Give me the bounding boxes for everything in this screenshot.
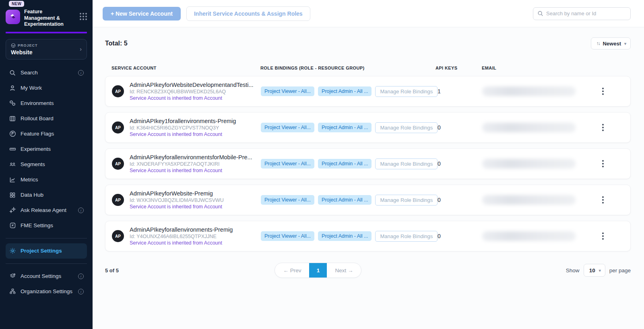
manage-role-bindings-button[interactable]: Manage Role Bindings: [375, 86, 438, 97]
role-badge[interactable]: Project Admin - All ...: [318, 231, 372, 241]
sort-value: Newest: [603, 41, 621, 47]
service-account-id: Id: RENCKBZ3XQ6UBBWWEDKD25L6AQ: [130, 89, 254, 95]
table-row: AP AdminAPIkeyforallenvironments-Premig …: [105, 221, 631, 251]
sidebar-item-project-settings[interactable]: Project Settings: [6, 243, 87, 259]
sidebar-nav: Search i My Work Environments Rollout B: [0, 65, 93, 233]
search-input[interactable]: [546, 10, 626, 16]
inherited-note: Service Account is inherited from Accoun…: [130, 168, 252, 173]
people-group-icon: [9, 161, 16, 168]
per-page-value: 10: [589, 267, 595, 273]
sidebar-item-label: Organization Settings: [21, 288, 74, 294]
sidebar-item-experiments[interactable]: Experiments: [6, 142, 87, 157]
manage-role-bindings-button[interactable]: Manage Role Bindings: [375, 158, 438, 169]
info-icon[interactable]: i: [78, 70, 84, 76]
sidebar-item-my-work[interactable]: My Work: [6, 80, 87, 96]
toolbar: + New Service Account Inherit Service Ac…: [93, 0, 644, 27]
project-selector[interactable]: PROJECT Website ›: [6, 39, 87, 60]
role-badge[interactable]: Project Admin - All ...: [318, 195, 372, 205]
ruler-icon: [9, 146, 16, 153]
role-badge[interactable]: Project Admin - All ...: [318, 159, 372, 169]
current-page[interactable]: 1: [309, 263, 327, 278]
service-account-name: AdminAPIkey1forallenvironments-Premig: [130, 118, 236, 124]
sidebar-item-feature-flags[interactable]: Feature Flags: [6, 126, 87, 142]
role-badge[interactable]: Project Viewer - All...: [261, 159, 314, 169]
service-account-name: AdminAPIkeyforWebsiteDevelopmentandTesti…: [130, 82, 254, 88]
service-account-id: Id: XNOERAFYYA5XPDEZ7AOQTJKIRI: [130, 161, 252, 167]
new-service-account-button[interactable]: + New Service Account: [103, 7, 181, 21]
project-cube-icon: [11, 43, 16, 48]
manage-role-bindings-button[interactable]: Manage Role Bindings: [375, 195, 438, 206]
role-badge[interactable]: Project Viewer - All...: [261, 231, 314, 241]
sidebar-item-rollout-board[interactable]: Rollout Board: [6, 111, 87, 126]
service-accounts-page: NEW Feature Management & Experimentation: [0, 0, 644, 329]
role-badge[interactable]: Project Viewer - All...: [261, 86, 314, 96]
sidebar-item-label: FME Settings: [21, 222, 84, 228]
row-menu-icon[interactable]: [600, 86, 606, 97]
avatar: AP: [112, 85, 124, 97]
manage-role-bindings-button[interactable]: Manage Role Bindings: [375, 122, 438, 133]
sidebar-item-segments[interactable]: Segments: [6, 157, 87, 172]
service-account-list: Total: 5 ↑↓ Newest ▾ SERVICE ACCOUNT ROL…: [93, 27, 644, 329]
service-account-id: Id: WXK3NVOJBQZILIDMAVBJWCSVWU: [130, 197, 224, 203]
sidebar-item-label: My Work: [21, 85, 84, 91]
sidebar-item-account-settings[interactable]: Account Settings i: [6, 269, 87, 284]
inherit-service-accounts-button[interactable]: Inherit Service Accounts & Assign Roles: [186, 6, 310, 21]
service-account-id: Id: Y4OUNXZ46A6IBL6255QTPXJJNE: [130, 234, 233, 239]
chevron-down-icon: ▾: [599, 268, 601, 273]
sort-dropdown[interactable]: ↑↓ Newest ▾: [591, 37, 631, 49]
col-api-keys: API KEYS: [436, 66, 482, 70]
sidebar-item-label: Environments: [21, 100, 84, 106]
info-icon[interactable]: i: [78, 289, 84, 294]
sort-arrows-icon: ↑↓: [596, 41, 599, 46]
manage-role-bindings-button[interactable]: Manage Role Bindings: [375, 231, 438, 242]
row-menu-icon[interactable]: [600, 231, 606, 241]
row-menu-icon[interactable]: [600, 195, 606, 205]
app-title: Feature Management & Experimentation: [24, 9, 72, 28]
col-role-bindings: ROLE BINDINGS (ROLE - RESOURCE GROUP): [260, 66, 436, 70]
chevron-right-icon: ›: [80, 46, 82, 52]
inherited-note: Service Account is inherited from Accoun…: [130, 132, 236, 137]
chevron-down-icon: ▾: [624, 41, 626, 46]
sidebar-item-environments[interactable]: Environments: [6, 96, 87, 111]
sidebar-item-fme-settings[interactable]: FME Settings: [6, 218, 87, 233]
split-logo-icon: [9, 13, 17, 21]
table-row: AP AdminAPIkey1forallenvironments-Premig…: [105, 112, 631, 143]
email-redacted: [482, 86, 576, 96]
sidebar-item-organization-settings[interactable]: Organization Settings i: [6, 284, 87, 299]
sidebar-item-data-hub[interactable]: Data Hub: [6, 187, 87, 203]
api-keys-count: 0: [436, 124, 482, 131]
row-menu-icon[interactable]: [600, 158, 606, 169]
total-count: Total: 5: [105, 40, 128, 47]
per-page-control: Show 10 ▾ per page: [566, 264, 631, 277]
per-page-select[interactable]: 10 ▾: [584, 264, 605, 277]
search-box[interactable]: [533, 7, 631, 20]
role-badge[interactable]: Project Admin - All ...: [318, 86, 372, 96]
app-switcher-icon[interactable]: [80, 13, 87, 20]
inherited-note: Service Account is inherited from Accoun…: [130, 240, 233, 246]
role-badge[interactable]: Project Admin - All ...: [318, 123, 372, 132]
email-redacted: [482, 159, 576, 169]
role-badge[interactable]: Project Viewer - All...: [261, 123, 314, 132]
gear-icon: [9, 247, 16, 255]
api-keys-count: 0: [436, 233, 482, 239]
line-chart-icon: [9, 176, 16, 183]
prev-page-button[interactable]: ← Prev: [275, 267, 309, 273]
role-badge[interactable]: Project Viewer - All...: [261, 195, 314, 205]
row-menu-icon[interactable]: [600, 122, 606, 133]
info-icon[interactable]: i: [78, 273, 84, 279]
next-page-button[interactable]: Next →: [327, 267, 361, 273]
project-name: Website: [11, 49, 80, 56]
hexagons-icon: [9, 100, 16, 107]
sidebar-item-metrics[interactable]: Metrics: [6, 172, 87, 187]
search-icon: [537, 10, 543, 16]
col-service-account: SERVICE ACCOUNT: [111, 66, 260, 70]
per-page-label: per page: [609, 267, 631, 273]
search-icon: [9, 69, 16, 76]
email-redacted: [482, 231, 576, 241]
sidebar-item-ask-release-agent[interactable]: Ask Release Agent i: [6, 203, 87, 218]
info-icon[interactable]: i: [78, 208, 84, 213]
service-account-id: Id: K364HIC5RI6GZGYCPVST7NOQ3Y: [130, 125, 236, 131]
service-account-name: AdminAPIkeyforallenvironmentsforMobile-P…: [130, 154, 252, 160]
sidebar-item-search[interactable]: Search i: [6, 65, 87, 80]
app-logo[interactable]: [6, 10, 20, 24]
